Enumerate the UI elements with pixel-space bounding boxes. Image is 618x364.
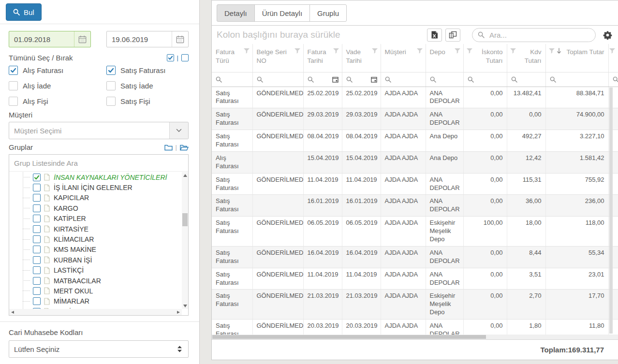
group-tree-item[interactable]: İNSAN KAYNAKLARI YÖNETİCİLERİ bbox=[9, 172, 182, 182]
table-row[interactable]: Satış FaturasıGÖNDERİLMEDİ20.03.201920.0… bbox=[212, 320, 618, 335]
folder-closed-icon[interactable] bbox=[164, 144, 173, 151]
tree-checkbox[interactable] bbox=[33, 256, 41, 264]
filter-icon[interactable] bbox=[333, 48, 339, 54]
group-tree-item[interactable]: KMS MAKİNE bbox=[9, 245, 182, 255]
table-row[interactable]: Satış FaturasıGÖNDERİLMEDİ11.04.201911.0… bbox=[212, 268, 618, 290]
group-tree-item[interactable]: MATBAACILAR bbox=[9, 276, 182, 286]
invoice-type-checkbox[interactable]: Satış Fişi bbox=[106, 97, 189, 106]
table-row[interactable]: Satış FaturasıGÖNDERİLMEDİ16.04.201916.0… bbox=[212, 246, 618, 268]
group-tree-item[interactable]: KAPICILAR bbox=[9, 193, 182, 203]
group-tree-item[interactable]: KARGO bbox=[9, 203, 182, 213]
scrollbar-thumb[interactable] bbox=[212, 335, 486, 339]
filter-cell-vade-tarihi[interactable] bbox=[342, 72, 381, 87]
filter-icon[interactable] bbox=[417, 48, 423, 54]
tree-checkbox[interactable] bbox=[33, 287, 41, 295]
checkbox-box[interactable] bbox=[9, 66, 18, 75]
table-row[interactable]: Satış Faturası16.01.201916.01.2019AJDA A… bbox=[212, 195, 618, 217]
export-excel-button[interactable] bbox=[427, 29, 442, 42]
grid-horizontal-scrollbar[interactable] bbox=[212, 335, 618, 339]
column-header-müşteri[interactable]: Müşteri bbox=[381, 44, 426, 72]
calendar-icon[interactable] bbox=[371, 76, 377, 83]
invoice-type-checkbox[interactable]: Alış İade bbox=[9, 81, 106, 90]
filter-icon[interactable] bbox=[510, 48, 516, 54]
group-tree-item[interactable]: LASTİKÇİ bbox=[9, 265, 182, 276]
group-search-input[interactable] bbox=[9, 155, 188, 172]
table-row[interactable]: Satış FaturasıGÖNDERİLMEDİ29.03.201929.0… bbox=[212, 108, 618, 130]
tree-checkbox[interactable] bbox=[33, 184, 41, 191]
select-all-icon[interactable] bbox=[167, 54, 174, 61]
column-header-fatura-türü[interactable]: Fatura Türü bbox=[212, 44, 252, 72]
filter-icon[interactable] bbox=[467, 48, 472, 54]
filter-cell-i̇skonto-tutarı[interactable] bbox=[463, 72, 507, 87]
invoice-type-checkbox[interactable]: Alış Faturası bbox=[9, 66, 106, 75]
date-from-input[interactable]: 01.09.2018 bbox=[9, 31, 91, 47]
tree-vertical-scrollbar[interactable] bbox=[182, 172, 188, 309]
filter-cell-fatura-türü[interactable] bbox=[212, 72, 252, 87]
tree-checkbox[interactable] bbox=[33, 246, 41, 253]
checkbox-box[interactable] bbox=[106, 81, 116, 90]
group-tree-item[interactable]: KURBAN İŞİ bbox=[9, 255, 182, 265]
table-row[interactable]: Satış FaturasıGÖNDERİLMEDİ11.04.201911.0… bbox=[212, 173, 618, 195]
group-tree-item[interactable]: KATİPLER bbox=[9, 214, 182, 224]
group-tree-item[interactable]: MİMARLAR bbox=[9, 296, 182, 306]
group-tree-item[interactable]: KIRTASİYE bbox=[9, 224, 182, 234]
column-header-i̇skonto-tutarı[interactable]: İskonto Tutarı bbox=[463, 44, 507, 72]
scrollbar-thumb[interactable] bbox=[182, 213, 188, 226]
column-header-fatura-tarihi[interactable]: Fatura Tarihi bbox=[303, 44, 342, 72]
scroll-right-icon[interactable] bbox=[176, 311, 180, 314]
filter-cell-cutoff[interactable] bbox=[608, 72, 618, 87]
invoice-type-checkbox[interactable]: Satış Faturası bbox=[106, 66, 189, 75]
filter-icon[interactable] bbox=[609, 48, 615, 54]
filter-icon[interactable] bbox=[244, 48, 250, 54]
tree-checkbox[interactable] bbox=[33, 235, 41, 243]
filter-cell-depo[interactable] bbox=[426, 72, 463, 87]
checkbox-box[interactable] bbox=[106, 97, 116, 106]
scroll-up-icon[interactable] bbox=[182, 172, 188, 178]
filter-icon[interactable] bbox=[549, 48, 555, 54]
column-chooser-button[interactable] bbox=[445, 29, 460, 42]
grid-vertical-scrollbar[interactable] bbox=[609, 87, 613, 334]
table-row[interactable]: Satış FaturasıGÖNDERİLMEDİ08.04.201908.0… bbox=[212, 130, 618, 152]
customer-select[interactable]: Müşteri Seçimi bbox=[9, 122, 189, 139]
invoice-type-checkbox[interactable]: Alış Fişi bbox=[9, 97, 106, 106]
group-tree-item[interactable]: MERT OKUL bbox=[9, 286, 182, 296]
tree-checkbox[interactable] bbox=[33, 297, 41, 305]
tree-horizontal-scrollbar[interactable] bbox=[9, 309, 182, 315]
filter-cell-kdv-tutarı[interactable] bbox=[507, 72, 545, 87]
tree-checkbox[interactable] bbox=[33, 204, 41, 212]
group-tree-item[interactable]: İŞ İLANI İÇİN GELENLER bbox=[9, 182, 182, 192]
table-row[interactable]: Satış FaturasıGÖNDERİLMEDİ21.03.201921.0… bbox=[212, 290, 618, 320]
tree-checkbox[interactable] bbox=[33, 215, 41, 222]
tree-checkbox[interactable] bbox=[33, 194, 41, 202]
calendar-icon[interactable] bbox=[332, 76, 338, 83]
tree-checkbox[interactable] bbox=[33, 277, 41, 285]
tab-gruplu[interactable]: Gruplu bbox=[309, 4, 347, 22]
group-tree-item[interactable]: KLİMACILAR bbox=[9, 234, 182, 244]
checkbox-box[interactable] bbox=[9, 81, 18, 90]
tree-checkbox[interactable] bbox=[33, 174, 41, 181]
filter-cell-müşteri[interactable] bbox=[381, 72, 426, 87]
scroll-left-icon[interactable] bbox=[11, 311, 15, 314]
date-to-input[interactable]: 19.06.2019 bbox=[106, 31, 189, 47]
tab-detaylı[interactable]: Detaylı bbox=[217, 4, 255, 22]
column-header-belge-seri-no[interactable]: Belge Seri NO bbox=[252, 44, 303, 72]
checkbox-box[interactable] bbox=[106, 66, 116, 75]
tree-checkbox[interactable] bbox=[33, 225, 41, 233]
column-header-vade-tarihi[interactable]: Vade Tarihi bbox=[342, 44, 381, 72]
filter-icon[interactable] bbox=[455, 48, 460, 54]
table-row[interactable]: Satış FaturasıGÖNDERİLMEDİ06.05.201906.0… bbox=[212, 217, 618, 247]
table-row[interactable]: Satış FaturasıGÖNDERİLMEDİ25.02.201925.0… bbox=[212, 87, 618, 108]
calendar-icon[interactable] bbox=[172, 31, 188, 47]
column-header-toplam-tutar[interactable]: Toplam Tutar bbox=[545, 44, 608, 72]
table-row[interactable]: Alış Faturası15.04.201915.04.2019AJDA AJ… bbox=[212, 151, 618, 173]
invoice-type-checkbox[interactable]: Satış İade bbox=[106, 81, 189, 90]
filter-icon[interactable] bbox=[294, 48, 300, 54]
find-button[interactable]: Bul bbox=[6, 3, 42, 21]
deselect-all-icon[interactable] bbox=[181, 54, 189, 61]
folder-open-icon[interactable] bbox=[180, 144, 189, 151]
column-header-kdv-tutarı[interactable]: Kdv Tutarı bbox=[507, 44, 545, 72]
tab-ürün-detaylı[interactable]: Ürün Detaylı bbox=[254, 4, 310, 22]
settings-gear-icon[interactable] bbox=[603, 30, 612, 40]
filter-icon[interactable] bbox=[372, 48, 378, 54]
checkbox-box[interactable] bbox=[9, 97, 18, 106]
